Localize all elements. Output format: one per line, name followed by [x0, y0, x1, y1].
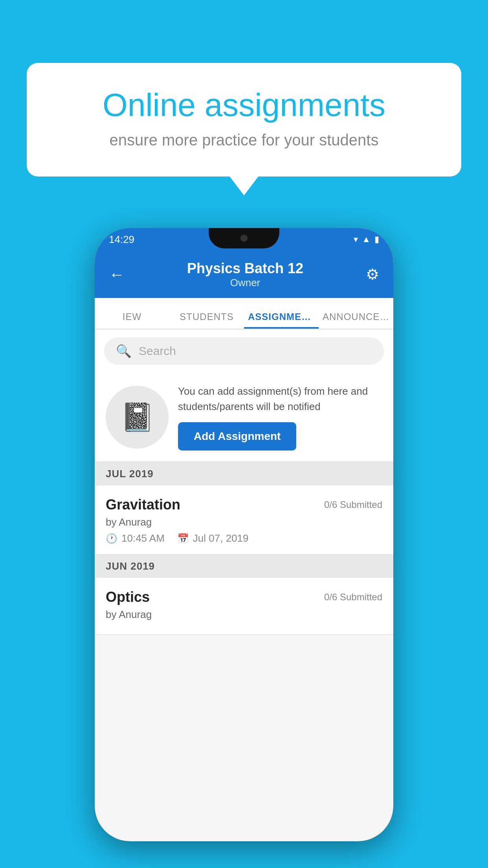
- assignment-meta-gravitation: 🕐 10:45 AM 📅 Jul 07, 2019: [106, 532, 382, 544]
- tab-assignments[interactable]: ASSIGNMENTS: [244, 311, 319, 329]
- assignment-by-gravitation: by Anurag: [106, 516, 382, 528]
- phone-notch: [209, 228, 279, 248]
- search-icon: 🔍: [116, 344, 132, 359]
- meta-time-gravitation: 🕐 10:45 AM: [106, 532, 165, 544]
- tab-iew[interactable]: IEW: [95, 311, 169, 329]
- meta-date-gravitation: 📅 Jul 07, 2019: [177, 532, 249, 544]
- section-header-jun-text: JUN 2019: [106, 560, 155, 572]
- clock-icon: 🕐: [106, 533, 117, 544]
- promo-speech-bubble: Online assignments ensure more practice …: [27, 63, 461, 177]
- battery-icon: ▮: [374, 234, 379, 245]
- notebook-icon: 📓: [120, 401, 154, 433]
- camera: [240, 235, 248, 242]
- assignment-time-gravitation: 10:45 AM: [121, 532, 165, 544]
- app-header: ← Physics Batch 12 Owner ⚙: [95, 251, 393, 298]
- search-bar[interactable]: 🔍 Search: [104, 337, 384, 365]
- section-header-jun: JUN 2019: [95, 555, 393, 578]
- assignment-gravitation[interactable]: Gravitation 0/6 Submitted by Anurag 🕐 10…: [95, 485, 393, 555]
- status-time: 14:29: [109, 234, 134, 246]
- assignment-title-gravitation: Gravitation: [106, 497, 180, 513]
- add-assignment-button[interactable]: Add Assignment: [178, 422, 296, 451]
- bubble-title: Online assignments: [58, 86, 430, 123]
- signal-icon: ▲: [362, 234, 371, 245]
- promo-description: You can add assignment(s) from here and …: [178, 384, 382, 414]
- section-header-jul-text: JUL 2019: [106, 468, 154, 480]
- phone-screen: 14:29 ▾ ▲ ▮ ← Physics Batch 12 Owner ⚙ I…: [95, 228, 393, 841]
- section-header-jul: JUL 2019: [95, 462, 393, 485]
- assignment-submitted-gravitation: 0/6 Submitted: [324, 499, 382, 510]
- tab-students[interactable]: STUDENTS: [169, 311, 244, 329]
- tab-announcements[interactable]: ANNOUNCEM…: [319, 311, 393, 329]
- calendar-icon: 📅: [177, 533, 189, 544]
- search-input[interactable]: Search: [139, 344, 176, 358]
- assignment-submitted-optics: 0/6 Submitted: [324, 592, 382, 603]
- tabs-bar: IEW STUDENTS ASSIGNMENTS ANNOUNCEM…: [95, 298, 393, 329]
- search-bar-wrapper: 🔍 Search: [95, 329, 393, 373]
- assignment-date-gravitation: Jul 07, 2019: [193, 532, 249, 544]
- assignment-title-optics: Optics: [106, 589, 150, 605]
- status-icons: ▾ ▲ ▮: [354, 234, 379, 245]
- header-title: Physics Batch 12: [187, 260, 303, 277]
- phone-frame: 14:29 ▾ ▲ ▮ ← Physics Batch 12 Owner ⚙ I…: [95, 228, 393, 841]
- wifi-icon: ▾: [354, 234, 358, 245]
- header-subtitle: Owner: [187, 277, 303, 289]
- assignment-optics[interactable]: Optics 0/6 Submitted by Anurag: [95, 578, 393, 635]
- assignment-row1-optics: Optics 0/6 Submitted: [106, 589, 382, 605]
- promo-text-block: You can add assignment(s) from here and …: [178, 384, 382, 451]
- assignment-by-optics: by Anurag: [106, 609, 382, 621]
- promo-block: 📓 You can add assignment(s) from here an…: [95, 373, 393, 462]
- assignment-row1: Gravitation 0/6 Submitted: [106, 497, 382, 513]
- promo-icon-circle: 📓: [106, 386, 169, 449]
- settings-icon[interactable]: ⚙: [366, 266, 379, 283]
- bubble-subtitle: ensure more practice for your students: [58, 131, 430, 149]
- back-button[interactable]: ←: [109, 266, 125, 283]
- content-area: 🔍 Search 📓 You can add assignment(s) fro…: [95, 329, 393, 635]
- header-title-block: Physics Batch 12 Owner: [187, 260, 303, 289]
